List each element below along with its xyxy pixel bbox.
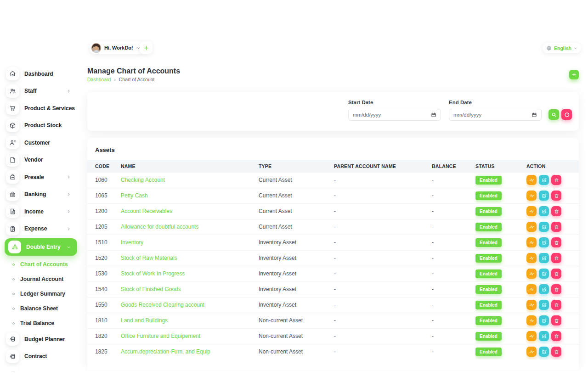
activity-button[interactable] [526, 315, 537, 325]
sidebar-item-clipped[interactable] [0, 365, 82, 382]
account-name-link[interactable]: Office Furniture and Equipement [121, 333, 200, 339]
sidebar-item-customer[interactable]: Customer [0, 134, 82, 151]
cell-code: 1540 [87, 281, 121, 297]
trash-button[interactable] [551, 175, 561, 185]
activity-button[interactable] [526, 191, 537, 201]
sidebar-item-product-stock[interactable]: Product Stock [0, 117, 82, 135]
cell-code: 1520 [87, 250, 121, 266]
plus-icon [143, 45, 149, 51]
edit-button[interactable] [539, 284, 549, 294]
sidebar-subitem-chart-of-accounts[interactable]: Chart of Accounts [0, 257, 82, 272]
activity-button[interactable] [526, 331, 537, 341]
activity-button[interactable] [526, 175, 537, 185]
account-name-link[interactable]: Goods Received Clearing account [121, 302, 204, 308]
edit-button[interactable] [539, 175, 549, 185]
quick-add-button[interactable] [140, 41, 153, 54]
sidebar-item-budget-planner[interactable]: Budget Planner [0, 331, 82, 348]
sidebar-item-income[interactable]: Income [0, 203, 82, 220]
activity-button[interactable] [526, 284, 537, 294]
calendar-icon[interactable] [431, 112, 436, 118]
sidebar-item-label: Product & Services [24, 105, 75, 112]
cell-status: Enabled [475, 203, 526, 219]
sidebar-item-double-entry[interactable]: Double Entry [5, 238, 77, 256]
language-selector[interactable]: English [543, 43, 581, 53]
account-name-link[interactable]: Inventory [121, 239, 143, 246]
sidebar-subitem-trial-balance[interactable]: Trial Balance [0, 316, 82, 331]
sidebar-subitem-ledger-summary[interactable]: Ledger Summary [0, 286, 82, 301]
edit-icon [542, 349, 547, 354]
calendar-icon[interactable] [531, 112, 537, 118]
activity-button[interactable] [526, 347, 537, 357]
edit-button[interactable] [539, 331, 549, 341]
tree-icon [11, 244, 18, 251]
activity-button[interactable] [526, 222, 537, 232]
cell-parent: - [334, 297, 432, 313]
cell-code: 1810 [87, 313, 121, 328]
account-name-link[interactable]: Land and Buildings [121, 317, 168, 324]
trash-button[interactable] [551, 300, 561, 310]
sidebar-item-contract[interactable]: Contract [0, 348, 82, 365]
column-header-code: CODE [87, 160, 121, 172]
reset-button[interactable] [561, 109, 572, 120]
trash-button[interactable] [551, 253, 561, 263]
trash-button[interactable] [551, 191, 561, 201]
edit-button[interactable] [539, 347, 549, 357]
edit-icon [542, 209, 547, 214]
end-date-input[interactable]: mm/dd/yyyy [449, 109, 542, 121]
activity-button[interactable] [526, 206, 537, 216]
trash-button[interactable] [551, 284, 561, 294]
trash-button[interactable] [551, 206, 561, 216]
account-name-link[interactable]: Allowance for doubtful accounts [121, 224, 198, 230]
edit-button[interactable] [539, 206, 549, 216]
edit-button[interactable] [539, 315, 549, 325]
cell-status: Enabled [475, 281, 526, 297]
account-name-link[interactable]: Checking Account [121, 177, 165, 183]
sidebar-item-banking[interactable]: Banking [0, 186, 82, 203]
sidebar-item-expense[interactable]: Expense [0, 220, 82, 238]
search-button[interactable] [548, 109, 559, 120]
account-name-link[interactable]: Stock of Work In Progress [121, 270, 185, 277]
sidebar-item-product-services[interactable]: Product & Services [0, 100, 82, 117]
trash-button[interactable] [551, 237, 561, 247]
refresh-icon [564, 112, 570, 118]
account-name-link[interactable]: Accum.depreciation-Furn. and Equip [121, 348, 210, 355]
trash-button[interactable] [551, 347, 561, 357]
activity-button[interactable] [526, 237, 537, 247]
account-name-link[interactable]: Petty Cash [121, 192, 148, 199]
account-name-link[interactable]: Account Receivables [121, 208, 172, 214]
user-menu-button[interactable]: Hi, WorkDo! [90, 41, 145, 54]
start-date-input[interactable]: mm/dd/yyyy [348, 109, 441, 121]
column-header-balance: BALANCE [432, 160, 475, 172]
account-name-link[interactable]: Stock of Raw Materials [121, 255, 177, 261]
add-account-button[interactable] [569, 70, 579, 79]
accounts-table-card: Assets CODENAMETYPEPARENT ACCOUNT NAMEBA… [87, 138, 579, 370]
cell-code: 1065 [87, 188, 121, 203]
coins-icon [9, 370, 16, 377]
sidebar-subitem-balance-sheet[interactable]: Balance Sheet [0, 301, 82, 316]
edit-button[interactable] [539, 253, 549, 263]
sidebar-item-vendor[interactable]: Vendor [0, 151, 82, 169]
trash-button[interactable] [551, 222, 561, 232]
edit-button[interactable] [539, 237, 549, 247]
trash-button[interactable] [551, 315, 561, 325]
edit-button[interactable] [539, 191, 549, 201]
activity-button[interactable] [526, 253, 537, 263]
bag-icon [9, 191, 16, 198]
trash-button[interactable] [551, 269, 561, 279]
activity-button[interactable] [526, 269, 537, 279]
sidebar-item-dashboard[interactable]: Dashboard [0, 65, 82, 83]
sidebar-subitem-journal-account[interactable]: Journal Account [0, 272, 82, 286]
activity-icon [529, 240, 534, 245]
edit-button[interactable] [539, 222, 549, 232]
account-name-link[interactable]: Stock of Finished Goods [121, 286, 181, 292]
sidebar-item-presale[interactable]: Presale [0, 168, 82, 186]
breadcrumb-dashboard-link[interactable]: Dashboard [87, 77, 111, 82]
sidebar-item-staff[interactable]: Staff [0, 83, 82, 100]
edit-button[interactable] [539, 300, 549, 310]
activity-button[interactable] [526, 300, 537, 310]
chev-r-icon [67, 227, 71, 231]
edit-button[interactable] [539, 269, 549, 279]
cell-type: Inventory Asset [259, 266, 334, 281]
trash-button[interactable] [551, 331, 561, 341]
column-header-type: TYPE [259, 160, 334, 172]
